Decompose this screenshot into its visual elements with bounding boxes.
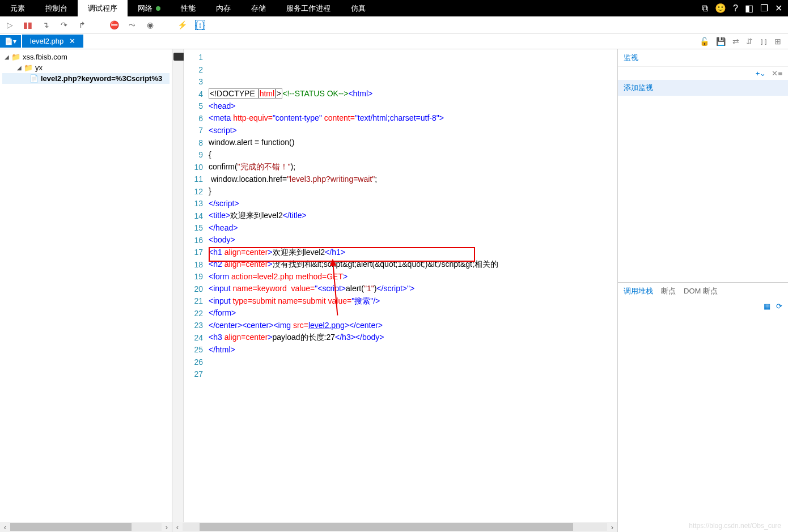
code-line-17[interactable]: <input name=keyword value="<script>alert…	[209, 284, 617, 296]
annotation-highlight-box	[209, 247, 475, 262]
code-line-1[interactable]: <!DOCTYPE html><!--STATUS OK--><html>	[209, 89, 617, 101]
file-tree-panel: ◢ 📁 xss.fbisb.com ◢ 📁 yx 📄 level2.php?ke…	[0, 49, 172, 532]
library-icon[interactable]: ⫿⫿	[760, 37, 768, 46]
expand-icon: ◢	[17, 65, 22, 71]
file-icon: 📄	[29, 74, 39, 83]
exceptions-icon[interactable]: ⤳	[127, 20, 137, 30]
devtools-tab-1[interactable]: 控制台	[35, 0, 78, 16]
breakpoint-icon[interactable]: ◉	[145, 20, 155, 30]
scroll-right-icon[interactable]: ›	[607, 523, 617, 531]
code-line-11[interactable]: <title>欢迎来到level2</title>	[209, 211, 617, 223]
tree-root[interactable]: ◢ 📁 xss.fbisb.com	[2, 52, 170, 62]
devtools-tab-6[interactable]: 存储	[241, 0, 276, 16]
folder-icon: 📁	[24, 63, 33, 72]
continue-icon[interactable]: ▷	[5, 20, 15, 30]
code-line-27[interactable]	[209, 406, 617, 418]
watch-panel: 监视 +⌄ ✕≡ 添加监视	[618, 49, 788, 283]
callstack-panel: 调用堆栈断点DOM 断点 ▦ ⟳	[618, 283, 788, 532]
frame-icon[interactable]: ▦	[764, 302, 770, 310]
tree-folder-label: yx	[35, 63, 43, 72]
break-new-worker-icon[interactable]: ⛔	[109, 20, 119, 30]
scroll-right-icon[interactable]: ›	[162, 523, 172, 531]
code-line-21[interactable]: <h3 align=center>payload的长度:27</h3></bod…	[209, 333, 617, 345]
tree-scrollbar[interactable]: ‹ ›	[0, 522, 172, 532]
devtools-tab-3[interactable]: 网络	[128, 0, 171, 16]
code-line-16[interactable]: <form action=level2.php method=GET>	[209, 272, 617, 284]
right-sidebar: 监视 +⌄ ✕≡ 添加监视 调用堆栈断点DOM 断点 ▦ ⟳ https://b…	[618, 49, 788, 532]
devtools-tab-2[interactable]: 调试程序	[78, 0, 128, 16]
code-line-5[interactable]: window.alert = function()	[209, 138, 617, 150]
devtools-tab-7[interactable]: 服务工作进程	[276, 0, 341, 16]
code-line-13[interactable]: <body>	[209, 235, 617, 248]
debug-toolbar: ▷ ▮▮ ↴ ↷ ↱ ⛔ ⤳ ◉ ⚡ {↕}	[0, 16, 788, 33]
tree-file-label: level2.php?keyword=%3Cscript%3	[41, 74, 162, 83]
code-line-8[interactable]: window.location.href="level3.php?writing…	[209, 175, 617, 187]
code-line-20[interactable]: </center><center><img src=level2.png></c…	[209, 321, 617, 333]
devtools-tab-8[interactable]: 仿真	[341, 0, 376, 16]
close-icon[interactable]: ✕	[775, 3, 782, 14]
just-my-code-icon[interactable]: {↕}	[195, 20, 205, 30]
stack-tab-1[interactable]: 断点	[661, 286, 676, 296]
code-line-4[interactable]: <script>	[209, 126, 617, 138]
dock-icon[interactable]: ◧	[745, 3, 753, 14]
watermark-text: https://blog.csdn.net/Obs_cure	[689, 522, 781, 530]
pretty-print-icon[interactable]: 🔓	[700, 37, 709, 46]
add-watch-input[interactable]: 添加监视	[618, 80, 788, 96]
code-line-7[interactable]: confirm("完成的不错！");	[209, 162, 617, 175]
tree-root-label: xss.fbisb.com	[23, 53, 67, 61]
editor-actions: 🔓 💾 ⇄ ⇵ ⫿⫿ ⊞	[700, 37, 788, 46]
watch-header: 监视	[618, 49, 788, 67]
step-over-icon[interactable]: ↷	[59, 20, 69, 30]
code-line-23[interactable]	[209, 357, 617, 369]
clear-watch-icon[interactable]: ✕≡	[772, 69, 782, 78]
code-line-2[interactable]: <head>	[209, 101, 617, 114]
pause-icon[interactable]: ▮▮	[23, 20, 33, 30]
folder-icon: 📁	[11, 53, 20, 61]
callstack-tabs: 调用堆栈断点DOM 断点	[618, 283, 788, 300]
emoji-icon[interactable]: 🙂	[715, 3, 726, 14]
step-into-icon[interactable]: ↴	[41, 20, 51, 30]
add-watch-icon[interactable]: +⌄	[756, 69, 766, 78]
tree-file-selected[interactable]: 📄 level2.php?keyword=%3Cscript%3	[2, 73, 170, 84]
code-line-9[interactable]: }	[209, 186, 617, 199]
code-line-26[interactable]	[209, 394, 617, 406]
stack-tab-2[interactable]: DOM 断点	[684, 286, 718, 296]
code-line-3[interactable]: <meta http-equiv="content-type" content=…	[209, 113, 617, 126]
scroll-left-icon[interactable]: ‹	[172, 523, 183, 531]
code-line-10[interactable]: </script>	[209, 199, 617, 211]
file-tab-bar: 📄▾ level2.php ✕ 🔓 💾 ⇄ ⇵ ⫿⫿ ⊞	[0, 33, 788, 49]
code-line-6[interactable]: {	[209, 150, 617, 163]
scroll-left-icon[interactable]: ‹	[0, 523, 10, 531]
console-icon[interactable]: ⧉	[702, 3, 708, 14]
compare-icon[interactable]: ⇵	[746, 37, 753, 46]
word-wrap-icon[interactable]: ⇄	[732, 37, 739, 46]
file-picker-button[interactable]: 📄▾	[0, 35, 21, 48]
open-file-tab[interactable]: level2.php ✕	[22, 35, 83, 48]
step-out-icon[interactable]: ↱	[77, 20, 87, 30]
stack-tab-0[interactable]: 调用堆栈	[624, 286, 653, 296]
code-line-19[interactable]: </form>	[209, 308, 617, 321]
file-tab-label: level2.php	[30, 37, 63, 45]
code-line-25[interactable]	[209, 381, 617, 394]
bookmark-gutter	[172, 49, 184, 532]
close-tab-icon[interactable]: ✕	[69, 37, 75, 45]
code-line-18[interactable]: <input type=submit name=submit value="搜索…	[209, 296, 617, 309]
devtools-tab-5[interactable]: 内存	[206, 0, 241, 16]
code-content[interactable]: <!DOCTYPE html><!--STATUS OK--><html><he…	[209, 49, 617, 532]
disconnect-icon[interactable]: ⚡	[177, 20, 187, 30]
devtools-tab-4[interactable]: 性能	[171, 0, 206, 16]
tree-folder[interactable]: ◢ 📁 yx	[2, 62, 170, 73]
devtools-tab-0[interactable]: 元素	[0, 0, 35, 16]
source-map-icon[interactable]: ⊞	[774, 37, 781, 46]
code-line-22[interactable]: </html>	[209, 345, 617, 357]
save-icon[interactable]: 💾	[716, 37, 726, 46]
async-icon[interactable]: ⟳	[776, 302, 782, 310]
restore-icon[interactable]: ❐	[760, 3, 768, 14]
expand-icon: ◢	[5, 54, 9, 60]
code-line-24[interactable]	[209, 369, 617, 382]
code-line-12[interactable]: </head>	[209, 223, 617, 236]
code-editor[interactable]: 1234567891011121314151617181920212223242…	[172, 49, 618, 532]
help-icon[interactable]: ?	[733, 3, 738, 14]
devtools-tabs: 元素控制台调试程序网络性能内存存储服务工作进程仿真 ⧉ 🙂 ? ◧ ❐ ✕	[0, 0, 788, 16]
code-scrollbar[interactable]: ‹ ›	[172, 522, 617, 532]
